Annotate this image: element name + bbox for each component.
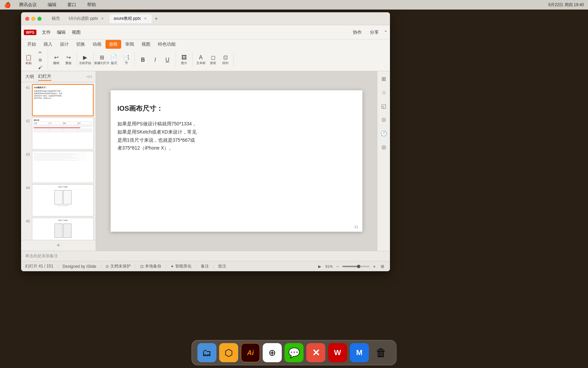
slide-thumb-44[interactable]: 44 界面尺寸与规范 iPhone X iPhone 6/7/8 [23, 184, 94, 216]
format-brush-icon: 🖌 [38, 65, 42, 70]
shape-btn[interactable]: ◻ 形状 [208, 52, 218, 67]
arrange-btn[interactable]: ⊡ 排列 [220, 52, 231, 67]
finder-icon: 🗂 [202, 347, 212, 358]
beautify-label: 智能美化 [175, 263, 192, 269]
textbox-label: 文本框 [196, 61, 206, 65]
dock-wps[interactable]: W [328, 343, 347, 362]
local-backup[interactable]: ⊡ 本地备份 [140, 263, 161, 269]
right-panel-history[interactable]: 🕐 [379, 128, 389, 138]
new-slide-icon: ⊞ [100, 55, 104, 60]
undo-icon: ↩ [54, 55, 59, 60]
dock-mindmaster[interactable]: M [350, 343, 369, 362]
menu-collaborate[interactable]: 协作 [350, 28, 364, 37]
slide-thumb-42[interactable]: 42 规范文档 名称尺寸颜色备注 [23, 118, 94, 150]
smart-beautify[interactable]: ✦ 智能美化 [170, 263, 192, 269]
apple-menu-icon[interactable]: 🍎 [4, 2, 11, 8]
canvas-area[interactable]: IOS画布尺寸： 如果是用PS做设计稿就用750*1334， 如果是用SKetc… [96, 71, 377, 251]
macos-menubar: 🍎 腾讯会议 编辑 窗口 帮助 9月22日 周四 19:40 [0, 0, 588, 10]
play-from-start-btn[interactable]: ▶ 当前开始 [80, 52, 91, 67]
tab-mugai[interactable]: 稿壳 [48, 14, 64, 23]
comments-btn[interactable]: 备注 [201, 263, 209, 269]
tab-axure[interactable]: axure教程.pptx ✕ [110, 14, 152, 23]
section-btn[interactable]: 📑 节 [121, 52, 132, 67]
note-placeholder: 单击此处添加备注 [25, 253, 58, 259]
fit-screen-btn[interactable]: ⊞ [379, 263, 386, 270]
layout-label: 版式 [111, 61, 117, 65]
menu-edit[interactable]: 编辑 [45, 0, 59, 9]
paste-icon: 📋 [25, 55, 32, 60]
ribbon-tab-view[interactable]: 视图 [138, 40, 154, 49]
underline-btn[interactable]: U [162, 52, 173, 67]
right-panel-play[interactable]: ◱ [379, 101, 389, 111]
textbox-btn[interactable]: A 文本框 [195, 52, 206, 67]
doc-protection[interactable]: ⊙ 文档未保护 [105, 263, 131, 269]
history-group: ↩ 撤销 ↪ 重做 [51, 52, 77, 67]
protection-icon: ⊙ [105, 264, 109, 269]
ribbon-tab-insert[interactable]: 插入 [40, 40, 56, 49]
picture-btn[interactable]: 🖼 图片 [179, 52, 190, 67]
menu-share[interactable]: 分享 [367, 28, 381, 37]
ribbon-tab-start[interactable]: 开始 [24, 40, 39, 49]
zoom-out-btn[interactable]: − [334, 263, 341, 270]
cut-btn[interactable]: ✂ [35, 49, 45, 56]
redo-btn[interactable]: ↪ 重做 [63, 52, 74, 67]
right-panel-grid[interactable]: ⊞ [379, 74, 389, 83]
slideshow-group: ▶ 当前开始 [80, 52, 94, 67]
tab-uixiaobai-close[interactable]: ✕ [100, 16, 105, 21]
zoom-in-btn[interactable]: + [371, 263, 378, 270]
new-slide-btn[interactable]: ⊞ 新建幻灯片 [96, 52, 107, 67]
menu-file[interactable]: 文件 [39, 28, 53, 37]
ribbon-tab-transition[interactable]: 切换 [73, 40, 88, 49]
ribbon-tab-special[interactable]: 特色功能 [154, 40, 179, 49]
menu-tencent[interactable]: 腾讯会议 [16, 0, 39, 9]
tab-uixiaobai[interactable]: UI小白进阶.pptx ✕ [65, 14, 109, 23]
dock-xmind[interactable]: ✕ [306, 343, 325, 362]
add-tab-button[interactable]: + [152, 15, 160, 22]
slide-thumb-43[interactable]: 43 [23, 151, 94, 183]
bold-btn[interactable]: B [137, 52, 148, 67]
copy-icon: ⧉ [39, 58, 42, 62]
note-area[interactable]: 单击此处添加备注 [21, 251, 390, 261]
dock-wechat[interactable]: 💬 [284, 343, 304, 362]
play-slideshow-btn[interactable]: ▶ [318, 264, 321, 269]
paste-btn[interactable]: 📋 粘贴 [23, 52, 34, 67]
close-button[interactable] [25, 17, 29, 21]
panel-tab-outline[interactable]: 大纲 [25, 73, 34, 80]
menu-edit-app[interactable]: 编辑 [54, 28, 68, 37]
layout-btn[interactable]: 📄 版式 [109, 52, 119, 67]
ribbon-tab-design[interactable]: 设计 [56, 40, 72, 49]
tab-bar: 稿壳 UI小白进阶.pptx ✕ axure教程.pptx ✕ + [48, 14, 386, 23]
add-slide-btn[interactable]: + [21, 240, 96, 251]
dock-illustrator[interactable]: Ai [241, 343, 260, 362]
slide-thumb-41[interactable]: 41 IOS画布尺寸： 如果是用PS做设计稿就用750*1334， 如果是用SK… [23, 84, 94, 116]
tab-axure-close[interactable]: ✕ [143, 16, 148, 21]
panel-tab-slides[interactable]: 幻灯片 [38, 73, 51, 81]
undo-btn[interactable]: ↩ 撤销 [51, 52, 62, 67]
copy-btn[interactable]: ⧉ [35, 57, 45, 63]
app-window: 稿壳 UI小白进阶.pptx ✕ axure教程.pptx ✕ + WPS 文件… [21, 12, 390, 271]
dock-trash[interactable]: 🗑 [372, 343, 391, 362]
toolbar-expand[interactable]: ⌃ [384, 30, 387, 34]
undo-label: 撤销 [53, 61, 59, 65]
ribbon-tab-animate[interactable]: 动画 [89, 40, 105, 49]
ribbon-tab-slideshow[interactable]: 放映 [105, 40, 121, 49]
minimize-button[interactable] [31, 17, 35, 21]
menu-view[interactable]: 视图 [69, 28, 83, 37]
maximize-button[interactable] [37, 17, 42, 21]
right-panel-star[interactable]: ☆ [379, 88, 389, 97]
dock-finder[interactable]: 🗂 [197, 343, 216, 362]
dock-launchpad[interactable]: ⬡ [219, 343, 238, 362]
italic-btn[interactable]: I [150, 52, 161, 67]
menu-help[interactable]: 帮助 [84, 0, 99, 9]
notes-btn[interactable]: 批注 [218, 263, 226, 269]
slide-thumb-45[interactable]: 45 界面尺寸与规范 [23, 218, 94, 240]
zoom-slider[interactable] [342, 266, 370, 267]
menu-window[interactable]: 窗口 [65, 0, 79, 9]
dock-chrome[interactable]: ⊕ [263, 343, 282, 362]
right-panel-comment[interactable]: ◎ [379, 142, 389, 152]
right-panel-magic[interactable]: ⊙ [379, 115, 389, 124]
cut-icon: ✂ [38, 50, 42, 55]
ribbon-tab-review[interactable]: 审阅 [122, 40, 137, 49]
panel-collapse[interactable]: ◁◁ [86, 74, 92, 79]
format-brush-btn[interactable]: 🖌 [35, 64, 45, 71]
